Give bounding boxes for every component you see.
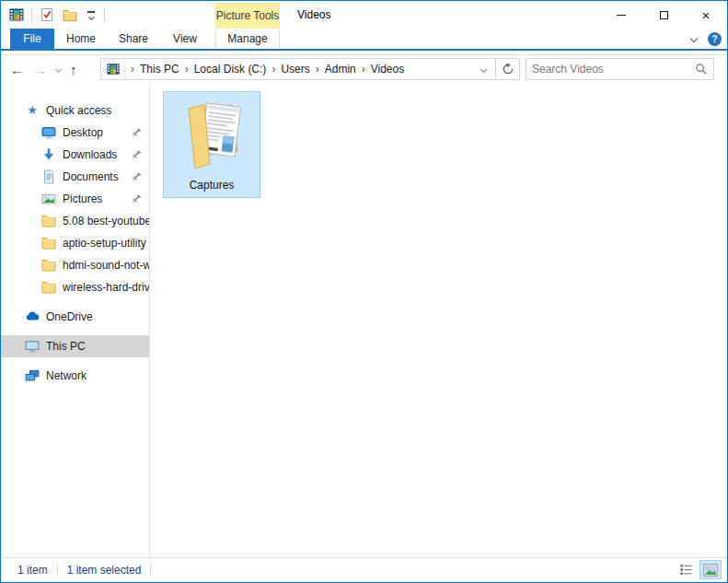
sidebar-item-label: Quick access [46,104,111,117]
properties-check-icon[interactable] [39,6,55,24]
breadcrumb-separator-icon: › [129,63,136,76]
close-icon: × [702,8,711,22]
navigation-pane: ★ Quick access Desktop [1,83,150,557]
toolbar-separator [31,8,32,21]
sidebar-item-folder[interactable]: wireless-hard-drive [1,276,149,298]
sidebar-item-label: Network [46,369,87,382]
status-bar: 1 item 1 item selected [1,557,727,582]
status-separator [150,564,151,577]
breadcrumb-local-disk-c[interactable]: Local Disk (C:) [191,63,271,76]
window-controls: × [600,1,727,29]
sidebar-item-folder[interactable]: 5.08 best-youtube-c [1,210,149,232]
folder-with-screenshot-icon [173,96,250,177]
details-view-icon[interactable] [675,560,697,579]
thumbnail-view-icon[interactable] [699,560,722,579]
navigation-buttons: ← → ↑ [10,55,77,83]
folder-icon [41,236,56,251]
up-button[interactable]: ↑ [70,63,77,76]
desktop-icon [41,125,56,140]
breadcrumb-separator-icon: › [360,63,367,76]
pictures-icon [41,192,56,206]
titlebar: Picture Tools Videos × [1,1,727,29]
location-videos-icon[interactable] [101,59,125,79]
tab-view[interactable]: View [163,29,207,49]
sidebar-item-label: aptio-setup-utility [63,237,146,250]
sidebar-item-network[interactable]: Network [1,365,149,387]
breadcrumb-separator-icon: › [314,63,321,76]
close-button[interactable]: × [685,1,727,29]
breadcrumb-videos[interactable]: Videos [367,63,408,76]
window-title: Videos [297,1,330,29]
breadcrumb: › This PC › Local Disk (C:) › Users › Ad… [125,63,471,76]
sidebar-item-documents[interactable]: Documents [1,166,149,188]
ribbon-tab-row: File Home Share View Manage ? [1,29,727,49]
search-input[interactable] [526,63,689,76]
maximize-icon [660,11,668,19]
breadcrumb-users[interactable]: Users [277,63,313,76]
sidebar-item-folder[interactable]: aptio-setup-utility [1,232,149,254]
picture-tools-label: Picture Tools [216,9,279,22]
documents-icon [41,169,56,184]
expand-ribbon-chevron-icon[interactable] [690,35,698,42]
ribbon-controls: ? [691,29,722,49]
address-toolbar: ← → ↑ › This PC › [1,55,727,83]
sidebar-item-downloads[interactable]: Downloads [1,144,149,166]
pin-icon[interactable] [131,171,142,185]
quick-access-star-icon: ★ [25,103,40,118]
this-pc-icon [25,339,40,354]
back-button[interactable]: ← [10,63,24,76]
videos-film-icon [8,6,25,24]
help-icon[interactable]: ? [708,32,722,46]
pin-icon[interactable] [131,149,142,163]
toolbar-separator [104,8,105,21]
quick-access-toolbar [8,1,105,29]
breadcrumb-admin[interactable]: Admin [321,63,360,76]
new-folder-icon[interactable] [62,6,78,24]
refresh-icon[interactable] [495,59,519,79]
sidebar-item-this-pc[interactable]: This PC [1,335,149,357]
sidebar-item-onedrive[interactable]: OneDrive [1,306,149,328]
forward-button[interactable]: → [33,63,47,76]
folder-tile-label: Captures [190,179,235,192]
maximize-button[interactable] [642,1,685,29]
minimize-button[interactable] [600,1,642,29]
file-list-pane[interactable]: Captures [150,83,727,557]
folder-tile-captures[interactable]: Captures [163,91,260,198]
status-counts: 1 item 1 item selected [1,558,151,582]
selection-count: 1 item selected [58,564,151,577]
address-bar[interactable]: › This PC › Local Disk (C:) › Users › Ad… [100,58,520,80]
sidebar-item-label: OneDrive [46,310,93,323]
sidebar-item-desktop[interactable]: Desktop [1,122,149,144]
pin-icon[interactable] [131,127,142,141]
sidebar-item-quick-access[interactable]: ★ Quick access [1,99,149,122]
tab-home[interactable]: Home [58,29,104,49]
search-icon[interactable] [689,63,713,76]
sidebar-item-pictures[interactable]: Pictures [1,188,149,210]
sidebar-item-label: Desktop [63,126,103,139]
folder-icon [41,258,56,273]
breadcrumb-this-pc[interactable]: This PC [136,63,183,76]
sidebar-item-label: 5.08 best-youtube-c [63,215,149,227]
customize-qat-dropdown-icon[interactable] [85,11,98,19]
sidebar-item-label: Documents [63,170,119,183]
sidebar-item-label: Downloads [63,148,117,161]
tab-manage[interactable]: Manage [215,29,280,49]
sidebar-item-folder[interactable]: hdmi-sound-not-w [1,254,149,276]
recent-locations-chevron-icon[interactable] [55,65,62,72]
folder-icon [41,214,56,228]
sidebar-item-label: wireless-hard-drive [63,281,149,294]
view-toggle-buttons [675,560,722,579]
minimize-icon [617,15,626,16]
sidebar-item-label: hdmi-sound-not-w [63,259,149,272]
pin-icon[interactable] [131,193,142,207]
breadcrumb-separator-icon: › [183,63,191,76]
address-dropdown-chevron-icon[interactable] [471,59,495,79]
explorer-window: Picture Tools Videos × File Home Share V… [0,0,728,583]
downloads-icon [41,147,56,162]
sidebar-item-label: This PC [46,340,86,353]
tab-share[interactable]: Share [110,29,157,49]
tab-file[interactable]: File [10,29,54,49]
breadcrumb-separator-icon: › [270,63,277,76]
network-icon [25,368,40,383]
explorer-body: ★ Quick access Desktop [1,83,727,557]
